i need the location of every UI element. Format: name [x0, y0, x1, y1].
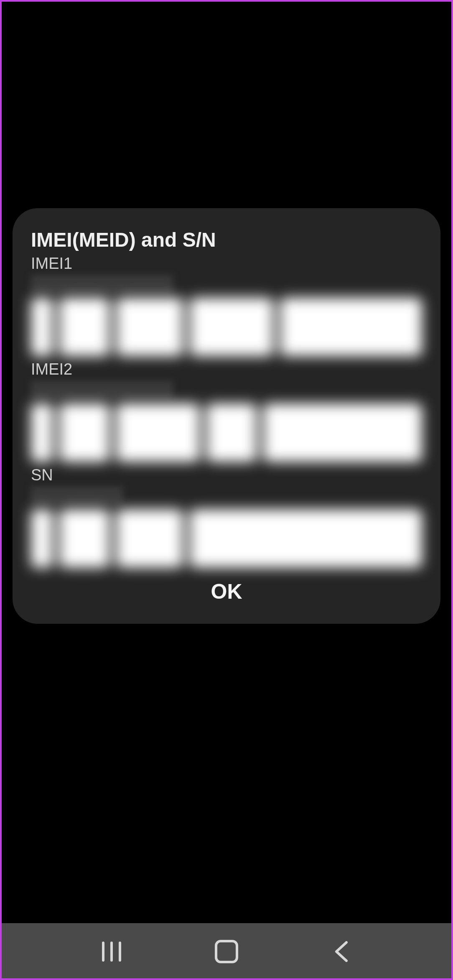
- imei2-label: IMEI2: [31, 360, 422, 378]
- dialog-title: IMEI(MEID) and S/N: [31, 228, 422, 251]
- home-icon: [215, 940, 238, 963]
- sn-value-redacted: [31, 487, 123, 505]
- imei1-label: IMEI1: [31, 255, 422, 273]
- back-icon: [333, 940, 350, 963]
- imei-dialog: IMEI(MEID) and S/N IMEI1 IMEI2 SN OK: [13, 208, 440, 624]
- imei1-value-redacted: [31, 275, 173, 293]
- ok-button[interactable]: OK: [31, 572, 422, 614]
- imei2-value-redacted: [31, 381, 173, 399]
- sn-barcode-redacted: [31, 509, 422, 568]
- sn-label: SN: [31, 466, 422, 484]
- imei2-barcode-redacted: [31, 403, 422, 462]
- back-button[interactable]: [323, 939, 360, 964]
- recents-icon: [102, 942, 121, 962]
- recents-button[interactable]: [93, 939, 130, 964]
- home-button[interactable]: [208, 939, 245, 964]
- navigation-bar: [0, 923, 453, 980]
- imei1-barcode-redacted: [31, 298, 422, 356]
